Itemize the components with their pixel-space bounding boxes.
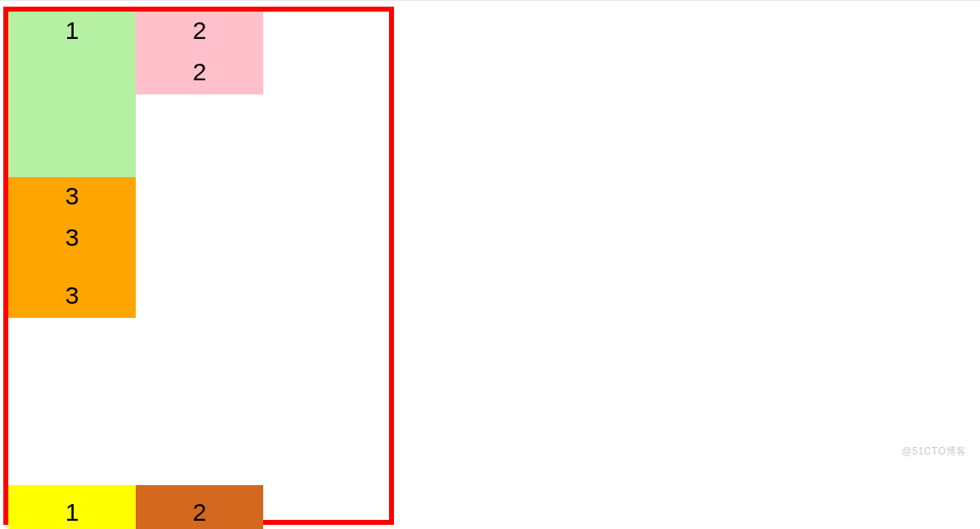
top-divider <box>0 0 980 1</box>
bottom-item-2: 2 2 <box>136 485 263 529</box>
top-item-1: 1 <box>8 12 136 177</box>
top-item-3: 3 3 3 <box>8 177 136 318</box>
cell-label: 2 <box>136 53 263 94</box>
watermark: @51CTO博客 <box>901 445 967 459</box>
bottom-item-1: 1 <box>8 485 136 529</box>
cell-pad <box>8 53 136 94</box>
cell-label: 1 <box>8 485 136 529</box>
cell-label: 3 <box>8 219 136 260</box>
cell-label: 3 <box>8 177 136 219</box>
top-item-2: 2 2 <box>136 12 263 94</box>
cell-pad <box>8 136 136 177</box>
cell-label: 1 <box>8 12 136 53</box>
cell-label: 3 <box>8 260 136 318</box>
cell-label: 2 <box>136 12 263 53</box>
cell-label: 2 <box>136 485 263 529</box>
flex-spacer <box>8 318 389 485</box>
flex-container: 1 2 2 3 3 3 1 2 2 <box>3 7 394 525</box>
canvas: 1 2 2 3 3 3 1 2 2 @51CTO博客 <box>0 0 980 529</box>
cell-pad <box>8 94 136 136</box>
